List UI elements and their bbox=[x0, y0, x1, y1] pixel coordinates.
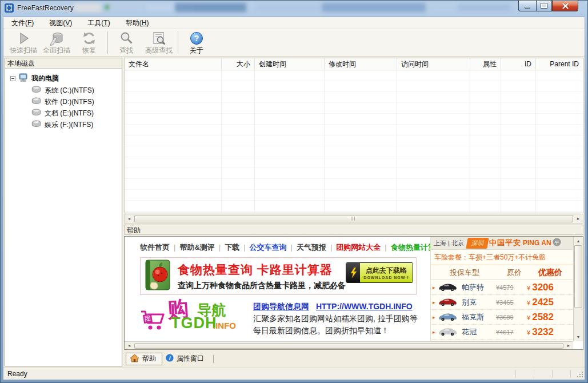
minimize-button[interactable] bbox=[518, 1, 536, 11]
column-header-4[interactable]: 修改时间 bbox=[325, 58, 397, 70]
toolbar-button-label: 快速扫描 bbox=[10, 46, 37, 55]
insurance-column-header: 原价 bbox=[498, 268, 530, 278]
close-button[interactable] bbox=[552, 1, 578, 11]
menu-item-v[interactable]: 视图(V) bbox=[49, 18, 72, 28]
tgdh-tld: .INFO bbox=[213, 321, 236, 330]
tree-root-my-computer[interactable]: 我的电脑 bbox=[5, 73, 122, 85]
title-bar[interactable]: FreeFastRecovery bbox=[1, 1, 587, 17]
car-name[interactable]: 别克 bbox=[459, 297, 496, 308]
tgdh-logo[interactable]: 团 购 导航 TGDH .INFO bbox=[140, 300, 244, 333]
column-header-5[interactable]: 访问时间 bbox=[397, 58, 470, 70]
scroll-down-icon[interactable]: ▼ bbox=[574, 333, 583, 341]
nav-link[interactable]: 软件首页 bbox=[140, 243, 170, 252]
insurance-car-row[interactable]: ▸福克斯¥3689¥ 2582 bbox=[431, 310, 573, 325]
insurance-package: 车险套餐：车损+三者50万+不计免赔 bbox=[431, 250, 573, 265]
car-discount-price: ¥ 2582 bbox=[527, 312, 554, 323]
menu-item-h[interactable]: 帮助(H) bbox=[126, 18, 149, 28]
bottom-tabstrip: 帮助i属性窗口 bbox=[124, 351, 583, 366]
tree-item-drive[interactable]: 软件 (D:)(NTFS) bbox=[5, 96, 122, 107]
tgdh-texts: 团购导航信息网 HTTP://WWW.TGDH.INFO 汇聚多家知名团购网站如… bbox=[253, 300, 418, 337]
scroll-right-icon[interactable]: ► bbox=[574, 214, 583, 223]
tab-属性窗口[interactable]: i属性窗口 bbox=[162, 353, 210, 365]
tgdh-url[interactable]: HTTP://WWW.TGDH.INFO bbox=[316, 302, 413, 311]
scrollbar-track[interactable] bbox=[574, 308, 583, 333]
tree-item-drive[interactable]: 文档 (E:)(NTFS) bbox=[5, 107, 122, 119]
toolbar-button-about[interactable]: ?关于 bbox=[181, 29, 213, 56]
toolbar-button-quick-scan[interactable]: 快速扫描 bbox=[7, 29, 40, 56]
column-header-6[interactable]: 属性 bbox=[470, 58, 501, 70]
table-horizontal-scrollbar[interactable]: ◄ ► bbox=[124, 214, 583, 224]
price-value: 3206 bbox=[532, 282, 554, 293]
collapse-icon[interactable] bbox=[10, 76, 15, 81]
nav-link[interactable]: 下载 bbox=[225, 243, 239, 252]
insurance-rows: ▸帕萨特¥4579¥ 3206▸别克¥3465¥ 2425▸福克斯¥3689¥ … bbox=[431, 280, 573, 341]
tgdh-link[interactable]: 团购导航信息网 bbox=[253, 302, 309, 311]
status-bar: Ready bbox=[3, 368, 585, 380]
car-image bbox=[438, 283, 459, 292]
menu-item-t[interactable]: 工具(T) bbox=[87, 18, 110, 28]
nav-link[interactable]: 天气预报 bbox=[297, 243, 326, 252]
insurance-car-row[interactable]: ▸花冠¥4617¥ 3232 bbox=[431, 325, 573, 340]
help-vertical-scrollbar[interactable]: ▲ ▼ bbox=[573, 237, 583, 341]
statusbar-divider bbox=[552, 370, 553, 378]
scroll-right-icon[interactable]: ► bbox=[564, 341, 573, 350]
toolbar-button-full-scan[interactable]: 全面扫描 bbox=[40, 29, 73, 56]
column-header-1[interactable]: 文件名 bbox=[125, 58, 222, 70]
grid-column-line bbox=[221, 70, 222, 213]
apple-book-icon bbox=[145, 260, 171, 293]
nav-link[interactable]: 公交车查询 bbox=[250, 243, 287, 252]
insurance-cities[interactable]: 上海 | 北京 bbox=[434, 239, 464, 248]
car-name[interactable]: 花冠 bbox=[459, 327, 496, 337]
scroll-left-icon[interactable]: ◄ bbox=[125, 214, 134, 223]
scrollbar-thumb[interactable] bbox=[134, 343, 563, 349]
window-controls bbox=[518, 1, 578, 11]
maximize-button[interactable] bbox=[536, 1, 552, 11]
computer-icon bbox=[18, 73, 29, 84]
toolbar: 快速扫描全面扫描恢复查找高级查找?关于 bbox=[3, 29, 585, 57]
file-table-body[interactable] bbox=[124, 70, 583, 213]
tree-item-drive[interactable]: 系统 (C:)(NTFS) bbox=[5, 85, 122, 96]
help-horizontal-scrollbar[interactable]: ◄ ► bbox=[125, 341, 573, 349]
download-button[interactable]: 点此去下载咯 DOWNLOAD NOW ! bbox=[346, 262, 413, 283]
scroll-left-icon[interactable]: ◄ bbox=[125, 341, 134, 350]
car-name[interactable]: 福克斯 bbox=[459, 312, 496, 322]
tree-item-drive[interactable]: 娱乐 (F:)(NTFS) bbox=[5, 119, 122, 130]
insurance-car-row[interactable]: ▸帕萨特¥4579¥ 3206 bbox=[431, 280, 573, 295]
car-image bbox=[438, 298, 459, 306]
tab-帮助[interactable]: 帮助 bbox=[126, 353, 162, 365]
car-name[interactable]: 帕萨特 bbox=[459, 282, 496, 293]
background-blur bbox=[256, 4, 320, 11]
banner-title: 食物热量查询 卡路里计算器 bbox=[178, 262, 346, 278]
nav-separator: | bbox=[174, 243, 175, 252]
scrollbar-thumb[interactable] bbox=[574, 245, 582, 308]
nav-link[interactable]: 帮助&测评 bbox=[179, 243, 214, 252]
scrollbar-thumb[interactable] bbox=[134, 215, 573, 222]
car-discount-price: ¥ 3206 bbox=[527, 282, 554, 293]
toolbar-button-label: 高级查找 bbox=[145, 46, 173, 55]
help-web-area: 软件首页|帮助&测评|下载|公交车查询|天气预报|团购网站大全|食物热量计算器 … bbox=[125, 237, 573, 341]
column-header-2[interactable]: 大小 bbox=[222, 58, 255, 70]
insurance-header: 上海 | 北京 深圳 中国平安 PING AN 平 bbox=[431, 237, 573, 250]
toolbar-button-advanced-search[interactable]: 高级查找 bbox=[142, 29, 175, 56]
background-blur bbox=[175, 3, 246, 12]
toolbar-button-label: 全面扫描 bbox=[43, 46, 70, 55]
column-header-3[interactable]: 创建时间 bbox=[255, 58, 325, 70]
download-button-text: 点此去下载咯 DOWNLOAD NOW ! bbox=[360, 263, 413, 282]
insurance-city-tab[interactable]: 深圳 bbox=[466, 238, 489, 249]
calorie-banner[interactable]: 食物热量查询 卡路里计算器 查询上万种食物食品所含热量卡路里，减肥必备 点此去下… bbox=[140, 257, 417, 295]
toolbar-button-recover[interactable]: 恢复 bbox=[73, 29, 105, 56]
file-table-header[interactable]: 文件名大小创建时间修改时间访问时间属性IDParent ID bbox=[124, 58, 583, 70]
scroll-up-icon[interactable]: ▲ bbox=[574, 237, 583, 245]
resize-grip[interactable] bbox=[577, 372, 583, 378]
grid-column-line bbox=[324, 70, 325, 213]
column-header-7[interactable]: ID bbox=[501, 58, 536, 70]
insurance-car-row[interactable]: ▸别克¥3465¥ 2425 bbox=[431, 295, 573, 310]
toolbar-button-search[interactable]: 查找 bbox=[110, 29, 142, 56]
nav-separator: | bbox=[385, 243, 386, 252]
menu-item-f[interactable]: 文件(F) bbox=[11, 18, 34, 28]
tab-label: 属性窗口 bbox=[177, 354, 204, 364]
window-title: FreeFastRecovery bbox=[17, 4, 74, 12]
column-header-8[interactable]: Parent ID bbox=[536, 58, 583, 70]
nav-link[interactable]: 团购网站大全 bbox=[336, 243, 381, 252]
tgdh-line2: 每日最新团购信息。团购折扣早知道！ bbox=[253, 325, 418, 337]
